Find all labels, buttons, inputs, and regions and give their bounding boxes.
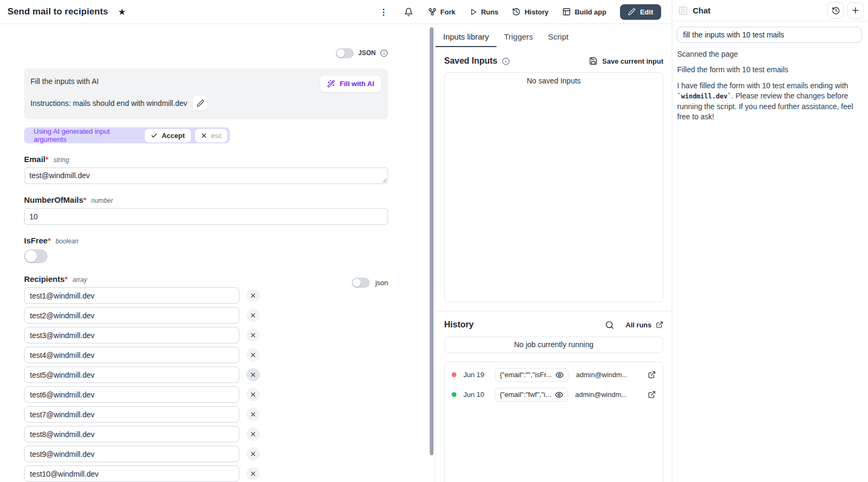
topbar: Send mail to recipients ★ ⋮ Fork Runs: [0, 0, 672, 24]
recipients-json-toggle[interactable]: [352, 278, 370, 288]
recipients-field-group: Recipients* array: [24, 274, 388, 482]
panel-collapse-icon[interactable]: [678, 6, 688, 16]
tab-script[interactable]: Script: [540, 29, 576, 47]
chat-panel: Chat Scanned the page Filled the form wi…: [672, 0, 868, 482]
search-icon: [605, 320, 614, 330]
recipient-input[interactable]: [24, 287, 239, 304]
inline-code: `windmill.dev`: [677, 93, 731, 100]
saved-inputs-title: Saved Inputs: [444, 56, 498, 66]
ai-instructions-text: Instructions: mails should end with wind…: [30, 99, 187, 108]
recipient-input[interactable]: [24, 327, 239, 343]
panel-tabs: Inputs library Triggers Script: [436, 24, 672, 47]
more-options-button[interactable]: ⋮: [378, 6, 389, 18]
recipient-row: [24, 465, 260, 482]
run-args-text: {"email":"fwf","i...: [500, 391, 551, 399]
is-free-type: boolean: [56, 238, 79, 245]
json-view-toggle[interactable]: [336, 48, 354, 58]
recipient-input[interactable]: [24, 465, 239, 482]
tab-inputs-library[interactable]: Inputs library: [436, 29, 497, 47]
ai-generated-banner: Using AI generated input arguments Accep…: [24, 127, 230, 143]
fork-icon: [428, 7, 437, 16]
recipient-input[interactable]: [24, 426, 239, 442]
form-panel: JSON Fill the inputs with AI Fill with A…: [0, 24, 435, 482]
notifications-button[interactable]: [403, 6, 414, 18]
edit-instructions-button[interactable]: [192, 95, 208, 111]
open-run-button[interactable]: [648, 371, 656, 379]
info-icon[interactable]: [380, 49, 388, 57]
all-runs-button[interactable]: All runs: [626, 321, 663, 329]
recipient-row: [24, 426, 260, 442]
accept-label: Accept: [161, 132, 184, 140]
chat-history-button[interactable]: [827, 2, 844, 19]
no-saved-inputs-box: No saved Inputs: [444, 72, 663, 302]
build-app-label: Build app: [575, 8, 606, 16]
open-run-button[interactable]: [648, 391, 656, 399]
fill-with-ai-button[interactable]: Fill with AI: [320, 75, 382, 93]
recipient-input[interactable]: [24, 347, 239, 363]
accept-button[interactable]: Accept: [145, 129, 190, 142]
recipient-input[interactable]: [24, 307, 239, 324]
build-app-button[interactable]: Build app: [562, 7, 606, 16]
fill-with-ai-box: Fill the inputs with AI Fill with AI Ins…: [24, 68, 388, 119]
pencil-icon: [628, 8, 636, 16]
remove-recipient-button[interactable]: [246, 368, 260, 381]
chat-status-message: Scanned the page: [677, 50, 861, 58]
view-args-button[interactable]: [555, 391, 563, 399]
status-dot-success: [452, 392, 456, 397]
recipient-input[interactable]: [24, 446, 239, 462]
recipient-input[interactable]: [24, 366, 239, 383]
remove-recipient-button[interactable]: [246, 427, 260, 441]
remove-recipient-button[interactable]: [246, 447, 260, 461]
scrollbar-thumb[interactable]: [430, 27, 433, 455]
json-toggle-label: JSON: [358, 49, 376, 57]
eye-icon: [555, 391, 563, 399]
email-field-type: string: [53, 156, 69, 164]
remove-recipient-button[interactable]: [246, 408, 260, 421]
recipient-input[interactable]: [24, 406, 239, 423]
run-date: Jun 10: [463, 391, 489, 399]
favorite-star-icon[interactable]: ★: [118, 7, 126, 17]
wand-icon: [327, 80, 335, 88]
fork-button[interactable]: Fork: [428, 7, 455, 16]
remove-recipient-button[interactable]: [246, 348, 260, 362]
run-user: admin@windm...: [575, 391, 626, 399]
eye-icon: [555, 371, 564, 379]
number-of-mails-field[interactable]: [24, 208, 388, 225]
run-row[interactable]: Jun 19 {"email":"","isFr... admin@windm.…: [445, 365, 663, 385]
history-button[interactable]: History: [512, 7, 548, 16]
recipients-json-label: json: [375, 279, 388, 287]
pencil-icon: [197, 100, 204, 107]
tab-triggers[interactable]: Triggers: [497, 29, 540, 47]
recipient-input[interactable]: [24, 386, 239, 403]
save-current-input-button[interactable]: Save current input: [589, 57, 663, 65]
remove-recipient-button[interactable]: [246, 289, 260, 302]
remove-recipient-button[interactable]: [246, 328, 260, 342]
chat-title: Chat: [693, 6, 710, 15]
info-icon[interactable]: [502, 57, 510, 65]
external-link-icon: [648, 371, 656, 379]
run-args-pill[interactable]: {"email":"fwf","i...: [495, 388, 568, 402]
runs-button[interactable]: Runs: [469, 8, 499, 16]
edit-button[interactable]: Edit: [620, 4, 661, 20]
chat-message-input[interactable]: [677, 27, 862, 43]
remove-recipient-button[interactable]: [246, 309, 260, 322]
number-of-mails-label: NumberOfMails*: [24, 195, 87, 204]
history-label: History: [524, 8, 548, 16]
json-toggle-row: JSON: [24, 48, 388, 58]
remove-recipient-button[interactable]: [246, 467, 260, 480]
runs-label: Runs: [481, 8, 499, 16]
new-chat-button[interactable]: [847, 2, 864, 19]
recipient-row: [24, 287, 260, 304]
run-history-list: Jun 19 {"email":"","isFr... admin@windm.…: [444, 362, 663, 482]
plus-icon: [851, 6, 860, 15]
run-row[interactable]: Jun 10 {"email":"fwf","i... admin@windm.…: [445, 385, 663, 404]
is-free-toggle[interactable]: [24, 249, 48, 263]
dismiss-esc-button[interactable]: esc: [195, 129, 227, 142]
email-field[interactable]: test@windmill.dev: [24, 167, 388, 184]
remove-recipient-button[interactable]: [246, 388, 260, 401]
view-args-button[interactable]: [555, 371, 564, 379]
search-runs-button[interactable]: [605, 320, 614, 330]
topbar-actions: ⋮ Fork Runs History: [378, 4, 661, 20]
run-args-pill[interactable]: {"email":"","isFr...: [495, 368, 569, 382]
x-icon: [250, 332, 257, 339]
